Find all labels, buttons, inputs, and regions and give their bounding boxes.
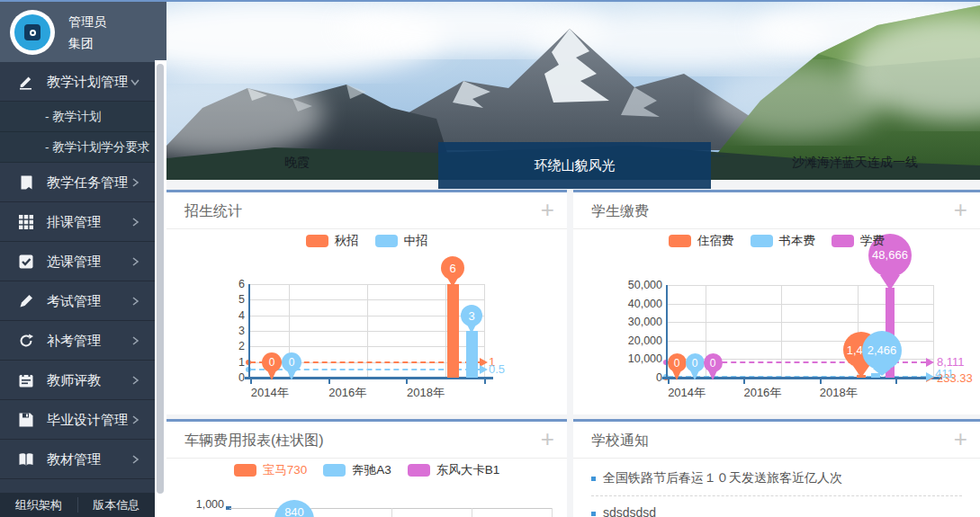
markline-label: 0.5 [489,362,505,376]
legend-item[interactable]: 秋招 [306,233,359,249]
data-balloon-tip [267,370,276,380]
legend-swatch [669,235,691,247]
data-balloon: 0 [668,353,687,372]
carousel-caption-active[interactable]: 环绕山貌风光 [438,142,711,189]
vehicle-chart: 宝马730奔驰A3东风大卡B11,000840 [166,459,567,517]
enrollment-chart: 秋招中招01234562014年2016年2018年10.50063 [166,229,567,414]
sidebar-item[interactable]: 考试管理 [0,281,155,321]
panel-title: 招生统计 [184,192,242,229]
chevron-down-icon [128,75,142,89]
sidebar-item-label: 教学计划管理 [47,62,128,102]
data-balloon-tip [853,366,869,378]
sidebar-item[interactable]: 毕业设计管理 [0,400,155,440]
sidebar-item-label: 补考管理 [47,321,101,361]
sidebar-submenu: - 教学计划- 教学计划学分要求 [0,102,155,163]
x-axis-label: 2016年 [328,385,366,401]
x-axis-tick [328,379,330,384]
markline-label: 411 [935,367,954,380]
chevron-right-icon [128,175,142,190]
panel-title: 学生缴费 [591,192,649,229]
legend-item[interactable]: 住宿费 [669,233,734,249]
legend-item[interactable]: 学费 [832,233,885,249]
carousel-caption[interactable]: 沙滩海洋蓝天连成一线 [733,144,976,180]
x-axis-tick [895,379,897,384]
sidebar-item-partial[interactable] [0,479,155,491]
legend-label: 秋招 [335,233,359,249]
grid-line [391,508,392,517]
fees-chart: 住宿费书本费学费010,00020,00030,00040,00050,0002… [573,229,980,414]
data-balloon: 2,466 [862,331,902,370]
x-axis-tick [250,379,252,384]
sidebar-item[interactable]: 教学任务管理 [0,163,155,202]
legend-swatch [306,235,328,247]
legend-item[interactable]: 书本费 [751,233,816,249]
sidebar-scrollbar-track [155,60,166,517]
data-balloon-tip [287,370,296,380]
x-axis-tick [484,379,486,384]
y-axis-label: 1,000 [184,498,224,511]
notice-item[interactable]: 全国铁路节后春运１０天发送旅客近亿人次 [591,470,962,497]
chart-legend: 秋招中招 [166,233,567,249]
x-axis-tick [743,379,745,384]
bullet-icon [591,512,596,516]
sidebar-item-label: 教材管理 [47,440,101,479]
bar-中招 [466,331,478,378]
data-balloon-tip [467,325,476,334]
sidebar-footer-tab[interactable]: 组织架构 [0,493,77,517]
legend-swatch [234,464,256,477]
sidebar-item-label: 排课管理 [47,202,101,242]
legend-item[interactable]: 东风大卡B1 [408,462,500,478]
data-balloon-tip [447,278,458,287]
sidebar-subitem[interactable]: - 教学计划学分要求 [0,132,155,163]
plus-icon[interactable]: + [541,196,554,224]
y-axis-label: 5 [207,293,245,306]
chevron-right-icon [128,413,142,427]
legend-item[interactable]: 中招 [375,233,428,249]
sidebar-item[interactable]: 补考管理 [0,321,155,361]
pencil-icon [18,74,34,90]
avatar [10,10,55,55]
y-axis-label: 0 [625,371,662,384]
sidebar-footer-tab[interactable]: 版本信息 [78,493,156,517]
user-name: 管理员 [68,14,106,31]
sidebar-menu: 教学计划管理- 教学计划- 教学计划学分要求教学任务管理排课管理选课管理考试管理… [0,62,155,493]
sidebar-scrollbar-thumb[interactable] [157,64,164,494]
sidebar-item[interactable]: 教师评教 [0,361,155,400]
chevron-right-icon [128,215,142,229]
sidebar-item[interactable]: 教材管理 [0,440,155,479]
check-square-icon [18,254,34,270]
bar-秋招 [447,284,459,378]
panel-title: 车辆费用报表(柱状图) [184,422,324,459]
sidebar-item[interactable]: 排课管理 [0,202,155,242]
chart-legend: 住宿费书本费学费 [573,233,980,249]
notice-item[interactable]: sdsdsdsd [591,505,962,517]
carousel[interactable]: 晚霞环绕山貌风光沙滩海洋蓝天连成一线 [166,2,980,180]
x-axis-label: 2016年 [743,385,781,401]
sidebar-item[interactable]: 教学计划管理 [0,62,155,102]
x-axis-tick [820,379,822,384]
panel-fees-header: 学生缴费 + [573,192,980,229]
plus-icon[interactable]: + [541,425,554,453]
sidebar-footer: 组织架构版本信息 [0,493,155,517]
y-axis-label: 50,000 [625,279,662,291]
legend-swatch [751,235,773,247]
sidebar-item[interactable]: 选课管理 [0,242,155,281]
dashboard-root: 管理员 集团 教学计划管理- 教学计划- 教学计划学分要求教学任务管理排课管理选… [0,0,980,517]
notebook-icon [18,174,34,191]
x-axis-label: 2018年 [407,385,445,401]
plus-icon[interactable]: + [954,425,967,453]
chevron-right-icon [128,254,142,269]
markline-arrow-icon [480,365,488,374]
sidebar-subitem[interactable]: - 教学计划 [0,102,155,132]
chevron-right-icon [128,452,142,467]
x-axis-label: 2018年 [820,385,858,401]
x-axis-tick [668,379,670,384]
plus-icon[interactable]: + [954,196,967,224]
panel-enrollment-header: 招生统计 + [166,192,567,229]
data-balloon: 840 [274,500,314,517]
legend-item[interactable]: 奔驰A3 [323,462,391,478]
carousel-caption[interactable]: 晚霞 [202,144,391,180]
y-axis-label: 1 [207,356,245,369]
data-balloon-tip [873,369,891,376]
legend-item[interactable]: 宝马730 [234,462,308,478]
